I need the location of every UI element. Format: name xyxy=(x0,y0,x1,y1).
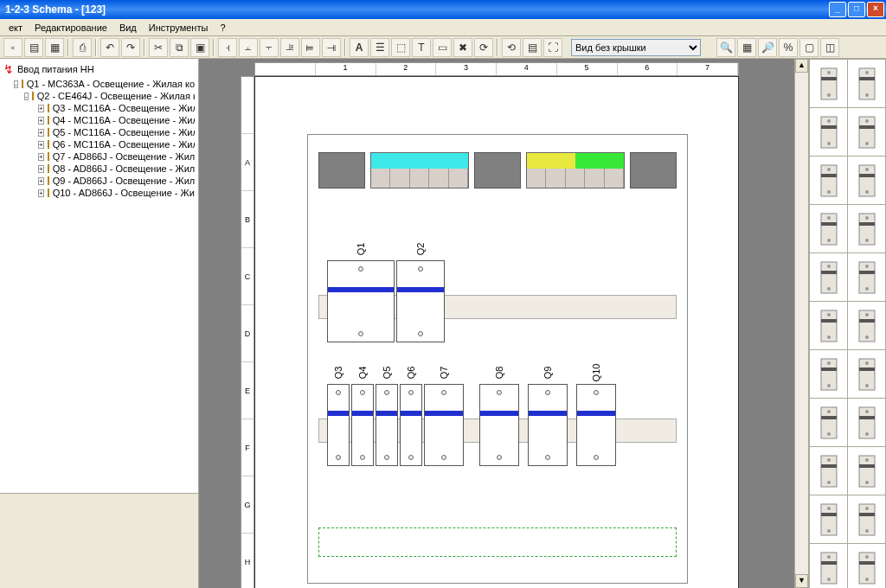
tree-node-child[interactable]: +Q6 - MC116A - Освещение - Жилая xyxy=(3,138,195,150)
palette-component[interactable] xyxy=(810,350,847,398)
panel-frame[interactable]: Q1Q2 Q3Q4Q5Q6Q7Q8Q9Q10 xyxy=(307,134,688,584)
component-icon[interactable]: ⬚ xyxy=(391,38,410,57)
palette-component[interactable] xyxy=(848,544,885,588)
grid-icon[interactable]: ▢ xyxy=(799,38,819,57)
expander-icon[interactable]: + xyxy=(38,153,44,161)
palette-component[interactable] xyxy=(848,495,885,543)
fit-icon[interactable]: % xyxy=(779,38,798,57)
menu-project[interactable]: ект xyxy=(3,21,28,35)
align-bottom-icon[interactable]: ⫣ xyxy=(322,38,341,57)
print-icon[interactable]: ⎙ xyxy=(73,38,92,57)
expander-icon[interactable]: + xyxy=(38,177,44,185)
busbar-endcap[interactable] xyxy=(474,152,521,189)
breaker-q5[interactable]: Q5 xyxy=(376,384,398,466)
palette-component[interactable] xyxy=(810,495,847,543)
label-strip-placeholder[interactable] xyxy=(318,527,677,557)
box-icon[interactable]: ▭ xyxy=(433,38,452,57)
align-center-icon[interactable]: ⫠ xyxy=(239,38,258,57)
snap-icon[interactable]: ◫ xyxy=(820,38,839,57)
menu-help[interactable]: ? xyxy=(215,21,230,35)
palette-component[interactable] xyxy=(848,108,885,156)
palette-component[interactable] xyxy=(810,253,847,301)
breaker-q6[interactable]: Q6 xyxy=(400,384,422,466)
palette-component[interactable] xyxy=(810,108,847,156)
palette-component[interactable] xyxy=(848,399,885,446)
scroll-down-icon[interactable]: ▼ xyxy=(795,574,808,588)
palette-component[interactable] xyxy=(810,157,847,204)
layers-icon[interactable]: ▤ xyxy=(523,38,542,57)
align-top-icon[interactable]: ⫡ xyxy=(280,38,299,57)
zoom-page-icon[interactable]: ▦ xyxy=(737,38,756,57)
palette-component[interactable] xyxy=(810,60,847,107)
tree-node-q2[interactable]: - Q2 - CE464J - Освещение - Жилая ком xyxy=(3,90,195,102)
tree-node-child[interactable]: +Q8 - AD866J - Освещение - Жилая xyxy=(3,163,195,175)
menu-view[interactable]: Вид xyxy=(114,21,142,35)
palette-component[interactable] xyxy=(810,302,847,349)
expander-icon[interactable]: + xyxy=(38,189,44,197)
expander-icon[interactable]: + xyxy=(38,105,44,112)
zoom-out-icon[interactable]: 🔎 xyxy=(758,38,777,57)
palette-component[interactable] xyxy=(848,253,885,301)
palette-component[interactable] xyxy=(848,447,885,495)
palette-component[interactable] xyxy=(810,399,847,446)
tree-node-child[interactable]: +Q7 - AD866J - Освещение - Жилая xyxy=(3,150,195,163)
palette-component[interactable] xyxy=(848,205,885,252)
view-mode-select[interactable]: Вид без крышки xyxy=(571,39,701,56)
zoom-fit-icon[interactable]: ⛶ xyxy=(543,38,562,57)
expander-icon[interactable]: - xyxy=(24,93,29,100)
page[interactable]: Q1Q2 Q3Q4Q5Q6Q7Q8Q9Q10 xyxy=(254,76,739,588)
expander-icon[interactable]: - xyxy=(14,80,18,88)
tree-node-q1[interactable]: - Q1 - MC363A - Освещение - Жилая комна xyxy=(3,78,195,90)
expander-icon[interactable]: + xyxy=(38,141,44,149)
canvas-scrollbar[interactable]: ▲ ▼ xyxy=(794,59,808,588)
tree-node-child[interactable]: +Q10 - AD866J - Освещение - Жила xyxy=(3,187,195,199)
scroll-track[interactable] xyxy=(795,73,808,574)
delete-icon[interactable]: ✖ xyxy=(453,38,472,57)
palette-component[interactable] xyxy=(810,447,847,495)
tree-node-child[interactable]: +Q3 - MC116A - Освещение - Жилая xyxy=(3,102,195,114)
copy-icon[interactable]: ⧉ xyxy=(170,38,189,57)
tree-root[interactable]: ↯ Ввод питания НН xyxy=(3,62,195,76)
breaker-q1[interactable]: Q1 xyxy=(327,260,395,342)
menu-tools[interactable]: Инструменты xyxy=(144,21,214,35)
scroll-up-icon[interactable]: ▲ xyxy=(795,59,808,73)
new-icon[interactable]: ▫ xyxy=(3,38,22,57)
palette-component[interactable] xyxy=(848,302,885,349)
open-icon[interactable]: ▤ xyxy=(24,38,43,57)
busbar-endcap[interactable] xyxy=(318,152,365,189)
palette-component[interactable] xyxy=(810,205,847,252)
palette-component[interactable] xyxy=(848,350,885,398)
tree-node-child[interactable]: +Q4 - MC116A - Освещение - Жилая xyxy=(3,114,195,126)
busbar-endcap[interactable] xyxy=(630,152,677,189)
rotate-icon[interactable]: ⟳ xyxy=(474,38,493,57)
refresh-icon[interactable]: ⟲ xyxy=(502,38,521,57)
palette-component[interactable] xyxy=(848,157,885,204)
project-tree[interactable]: ↯ Ввод питания НН - Q1 - MC363A - Освеще… xyxy=(0,59,198,493)
palette-component[interactable] xyxy=(848,60,885,107)
breaker-q10[interactable]: Q10 xyxy=(576,384,616,466)
breaker-q7[interactable]: Q7 xyxy=(424,384,464,466)
menu-edit[interactable]: Редактирование xyxy=(29,21,112,35)
expander-icon[interactable]: + xyxy=(38,129,44,137)
zoom-in-icon[interactable]: 🔍 xyxy=(716,38,735,57)
props-icon[interactable]: ☰ xyxy=(370,38,389,57)
breaker-q2[interactable]: Q2 xyxy=(396,260,445,342)
busbar-neutral[interactable] xyxy=(370,152,469,189)
breaker-q4[interactable]: Q4 xyxy=(351,384,374,466)
tree-node-child[interactable]: +Q9 - AD866J - Освещение - Жилая xyxy=(3,175,195,187)
breaker-q9[interactable]: Q9 xyxy=(528,384,568,466)
breaker-q3[interactable]: Q3 xyxy=(327,384,350,466)
label-icon[interactable]: T xyxy=(412,38,431,57)
minimize-button[interactable]: _ xyxy=(829,2,846,17)
tree-node-child[interactable]: +Q5 - MC116A - Освещение - Жилая xyxy=(3,126,195,138)
align-left-icon[interactable]: ⫞ xyxy=(218,38,237,57)
align-right-icon[interactable]: ⫟ xyxy=(260,38,279,57)
maximize-button[interactable]: □ xyxy=(848,2,865,17)
busbar-earth[interactable] xyxy=(526,152,625,189)
expander-icon[interactable]: + xyxy=(38,165,44,173)
palette-component[interactable] xyxy=(810,544,847,588)
save-icon[interactable]: ▦ xyxy=(45,38,64,57)
redo-icon[interactable]: ↷ xyxy=(121,38,140,57)
paste-icon[interactable]: ▣ xyxy=(190,38,209,57)
undo-icon[interactable]: ↶ xyxy=(100,38,119,57)
